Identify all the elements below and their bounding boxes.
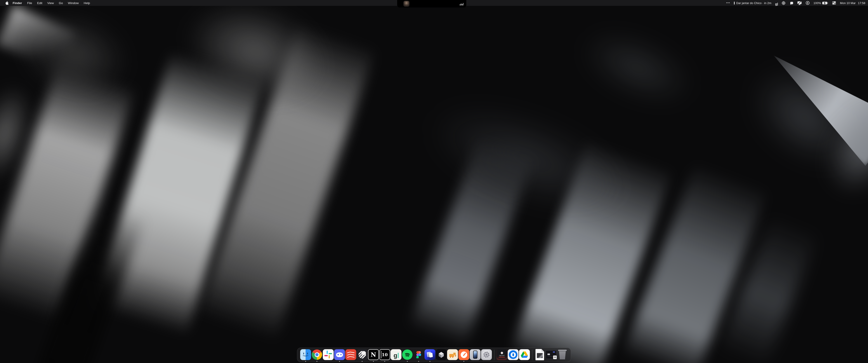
dock-separator xyxy=(492,348,496,362)
wallpaper-streak xyxy=(573,19,702,117)
linear-icon xyxy=(357,349,368,360)
dock-item-screen-studio[interactable] xyxy=(424,348,436,362)
battery-percent: 100% xyxy=(813,1,821,5)
dock-item-laravel-herd[interactable] xyxy=(447,348,458,362)
raycast-diamond xyxy=(500,352,503,355)
dock-item-raycast[interactable]: raycast xyxy=(496,348,507,362)
grammarly-cursor xyxy=(777,3,778,6)
dock-item-postman[interactable] xyxy=(458,348,469,362)
wallpaper-streak xyxy=(418,88,635,228)
apple-menu[interactable] xyxy=(3,0,10,6)
control-center-icon[interactable] xyxy=(832,0,836,6)
finder-icon xyxy=(300,349,311,360)
display-mirroring-icon[interactable] xyxy=(797,0,802,6)
dock-item-notion-calendar[interactable]: 10 xyxy=(379,348,391,362)
time-label: 17:58 xyxy=(858,1,865,5)
menu-item-view[interactable]: View xyxy=(45,0,56,6)
figma-icon xyxy=(413,349,424,360)
notch-now-playing-widget[interactable] xyxy=(397,0,466,7)
dock-item-trash[interactable] xyxy=(557,348,568,362)
battery-charging-icon xyxy=(822,2,828,4)
dock-item-screenshot-file[interactable]: 11 xyxy=(546,348,557,362)
dock-separator xyxy=(530,348,534,362)
status-upcoming-event[interactable]: Dar jantar do Chico · in 2m xyxy=(734,1,771,5)
dock-item-slack[interactable] xyxy=(322,348,334,362)
gear-icon xyxy=(483,351,491,359)
grammarly-dock-icon: g xyxy=(391,349,401,360)
menu-item-edit[interactable]: Edit xyxy=(35,0,45,6)
running-indicator xyxy=(430,361,430,362)
notion-calendar-icon: 10 xyxy=(379,349,390,360)
control-center-glyph xyxy=(832,1,836,5)
running-indicator xyxy=(418,361,419,362)
dock: N 10 g xyxy=(297,348,571,362)
dock-item-linear[interactable] xyxy=(356,348,368,362)
1password-dock-icon xyxy=(508,349,519,360)
grammarly-glyph: g xyxy=(775,2,777,6)
event-text: Dar jantar do Chico · in 2m xyxy=(736,1,771,5)
screen-studio-icon xyxy=(425,349,435,360)
dock-item-document-file[interactable] xyxy=(534,348,546,362)
google-drive-icon xyxy=(519,349,530,360)
dock-item-iphone-mirroring[interactable] xyxy=(469,348,481,362)
notion-glyph: N xyxy=(371,351,376,358)
grammarly-g-glyph: g xyxy=(394,353,397,358)
dock-item-spline[interactable] xyxy=(436,348,447,362)
running-indicator xyxy=(384,361,385,362)
notion-icon: N xyxy=(368,349,379,360)
dock-item-grammarly[interactable]: g xyxy=(391,348,402,362)
running-indicator xyxy=(463,361,464,362)
laravel-herd-icon xyxy=(447,349,458,360)
now-playing-album-art[interactable] xyxy=(403,1,409,6)
running-indicator xyxy=(305,361,306,362)
capture-icon[interactable] xyxy=(789,0,794,6)
dock-item-finder[interactable] xyxy=(300,348,311,362)
menu-item-finder[interactable]: Finder xyxy=(10,0,25,6)
flower-icon[interactable] xyxy=(782,0,785,6)
running-indicator xyxy=(339,361,340,362)
capture-glyph xyxy=(789,1,794,5)
menu-item-help[interactable]: Help xyxy=(81,0,92,6)
display-glyph xyxy=(797,1,802,5)
menu-item-file[interactable]: File xyxy=(25,0,35,6)
slack-icon xyxy=(323,349,334,360)
dock-item-google-drive[interactable] xyxy=(519,348,530,362)
trash-icon xyxy=(557,349,568,360)
dock-item-todoist[interactable] xyxy=(345,348,356,362)
menu-bar-status: ••• Dar jantar do Chico · in 2m g xyxy=(726,0,868,6)
equalizer-bars-icon xyxy=(460,3,463,5)
raycast-label: raycast xyxy=(499,355,504,356)
apple-icon xyxy=(5,1,8,5)
dock-item-spotify[interactable] xyxy=(402,348,413,362)
grammarly-cursor-bar xyxy=(398,353,399,358)
menu-item-go[interactable]: Go xyxy=(56,0,65,6)
raycast-red-line xyxy=(499,357,505,358)
discord-icon xyxy=(334,349,345,360)
spotify-icon xyxy=(402,349,413,360)
date-label: Mon 10 Mar xyxy=(840,1,856,5)
todoist-icon xyxy=(345,349,356,360)
calendar-badge: 11 xyxy=(553,355,557,359)
dock-item-notion[interactable]: N xyxy=(368,348,379,362)
status-overflow-dots[interactable]: ••• xyxy=(726,0,730,6)
menu-bar-clock[interactable]: Mon 10 Mar 17:58 xyxy=(840,1,865,5)
menu-bar-left: Finder File Edit View Go Window Help xyxy=(0,0,92,6)
1password-icon[interactable] xyxy=(806,0,810,6)
spline-icon xyxy=(436,349,447,360)
dock-item-figma[interactable] xyxy=(413,348,424,362)
dock-item-system-settings[interactable] xyxy=(481,348,492,362)
event-color-bar xyxy=(734,2,735,4)
desktop-wallpaper xyxy=(0,0,868,363)
dock-item-chrome[interactable] xyxy=(311,348,322,362)
dock-item-discord[interactable] xyxy=(334,348,345,362)
grammarly-icon[interactable]: g xyxy=(775,0,778,6)
battery-status[interactable]: 100% xyxy=(813,1,828,5)
menu-item-window[interactable]: Window xyxy=(65,0,81,6)
document-file-icon xyxy=(534,349,545,360)
system-settings-icon xyxy=(481,349,492,360)
flower-glyph xyxy=(782,1,785,5)
iphone-mirroring-icon xyxy=(470,349,480,360)
dock-item-1password[interactable] xyxy=(507,348,519,362)
chrome-icon xyxy=(311,349,322,360)
running-indicator xyxy=(362,361,363,362)
